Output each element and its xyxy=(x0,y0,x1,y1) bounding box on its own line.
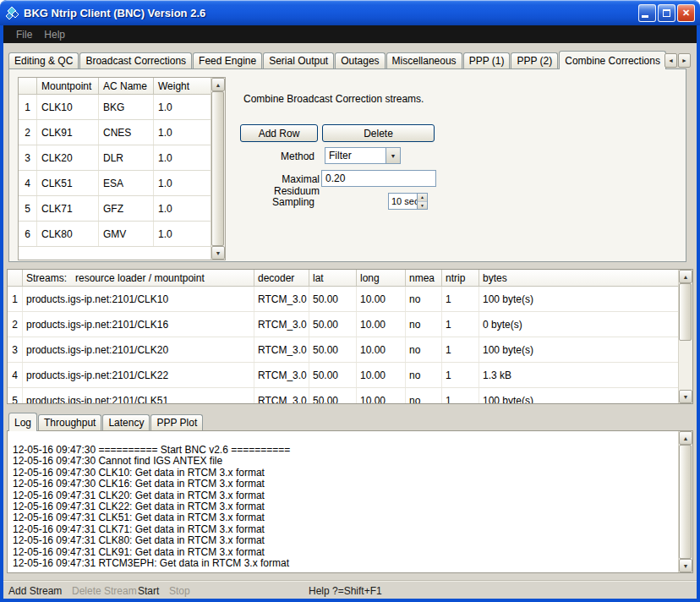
spin-down-icon[interactable]: ▼ xyxy=(418,201,427,210)
tab-outages[interactable]: Outages xyxy=(335,52,385,68)
method-dropdown[interactable]: Filter ▼ xyxy=(325,147,401,164)
ac-name-cell[interactable]: GFZ xyxy=(99,196,154,221)
scroll-down-button[interactable]: ▼ xyxy=(211,246,225,260)
header-nmea[interactable]: nmea xyxy=(406,270,442,286)
lat-cell[interactable]: 50.00 xyxy=(309,337,357,362)
header-weight[interactable]: Weight xyxy=(154,78,211,94)
ntrip-cell[interactable]: 1 xyxy=(442,388,479,403)
start-action[interactable]: Start xyxy=(138,585,159,597)
ac-name-cell[interactable]: BKG xyxy=(99,95,154,119)
scroll-down-button[interactable]: ▼ xyxy=(679,559,692,572)
weight-cell[interactable]: 1.0 xyxy=(154,171,211,195)
nmea-cell[interactable]: no xyxy=(406,363,442,387)
weight-cell[interactable]: 1.0 xyxy=(154,120,211,145)
table-row[interactable]: 2 CLK91 CNES 1.0 xyxy=(19,120,211,145)
ntrip-cell[interactable]: 1 xyxy=(442,312,479,337)
table-row[interactable]: 3 CLK20 DLR 1.0 xyxy=(19,145,211,171)
tab-log[interactable]: Log xyxy=(8,413,37,431)
long-cell[interactable]: 10.00 xyxy=(357,388,406,403)
scrollbar-thumb[interactable] xyxy=(211,91,224,246)
bytes-cell[interactable]: 100 byte(s) xyxy=(479,388,678,403)
resource-cell[interactable]: products.igs-ip.net:2101/CLK10 xyxy=(23,287,254,311)
tab-miscellaneous[interactable]: Miscellaneous xyxy=(386,52,462,68)
bytes-cell[interactable]: 1.3 kB xyxy=(479,363,678,387)
nmea-cell[interactable]: no xyxy=(406,337,442,362)
stop-action[interactable]: Stop xyxy=(169,585,190,597)
log-content[interactable]: 12-05-16 09:47:30 ========== Start BNC v… xyxy=(8,431,678,572)
scrollbar-track[interactable] xyxy=(679,283,692,390)
lat-cell[interactable]: 50.00 xyxy=(309,363,357,387)
stream-row[interactable]: 3 products.igs-ip.net:2101/CLK20 RTCM_3.… xyxy=(8,337,678,363)
long-cell[interactable]: 10.00 xyxy=(357,363,406,387)
tab-scroll-right-button[interactable]: ► xyxy=(678,53,691,68)
tab-ppp-plot[interactable]: PPP Plot xyxy=(150,414,203,430)
header-lat[interactable]: lat xyxy=(309,270,357,286)
streams-scrollbar[interactable]: ▲ ▼ xyxy=(678,270,692,403)
ac-name-cell[interactable]: CNES xyxy=(99,120,154,145)
decoder-cell[interactable]: RTCM_3.0 xyxy=(254,312,309,337)
delete-button[interactable]: Delete xyxy=(322,124,435,142)
header-ntrip[interactable]: ntrip xyxy=(442,270,479,286)
spin-up-icon[interactable]: ▲ xyxy=(418,194,427,201)
scroll-down-button[interactable]: ▼ xyxy=(679,390,692,403)
lat-cell[interactable]: 50.00 xyxy=(309,388,357,403)
scroll-up-button[interactable]: ▲ xyxy=(211,78,225,91)
tab-scroll-left-button[interactable]: ◄ xyxy=(664,53,677,68)
table-row[interactable]: 1 CLK10 BKG 1.0 xyxy=(19,95,211,120)
header-bytes[interactable]: bytes xyxy=(479,270,678,286)
ac-name-cell[interactable]: GMV xyxy=(99,222,154,246)
log-scrollbar[interactable]: ▲ ▼ xyxy=(678,431,692,572)
stream-row[interactable]: 4 products.igs-ip.net:2101/CLK22 RTCM_3.… xyxy=(8,363,678,388)
resource-cell[interactable]: products.igs-ip.net:2101/CLK51 xyxy=(23,388,254,403)
menu-help[interactable]: Help xyxy=(38,29,71,41)
minimize-button[interactable] xyxy=(638,4,656,22)
lat-cell[interactable]: 50.00 xyxy=(309,312,357,337)
tab-combine-corrections[interactable]: Combine Corrections xyxy=(559,51,666,69)
close-button[interactable]: ✕ xyxy=(677,4,695,22)
scrollbar-track[interactable] xyxy=(679,445,692,559)
long-cell[interactable]: 10.00 xyxy=(357,287,406,311)
tab-throughput[interactable]: Throughput xyxy=(38,414,101,430)
table-row[interactable]: 6 CLK80 GMV 1.0 xyxy=(19,222,211,247)
add-stream-action[interactable]: Add Stream xyxy=(8,585,62,597)
scrollbar-track[interactable] xyxy=(211,91,225,246)
header-resource[interactable]: Streams: resource loader / mountpoint xyxy=(23,270,254,286)
weight-cell[interactable]: 1.0 xyxy=(154,222,211,246)
weight-cell[interactable]: 1.0 xyxy=(154,145,211,170)
mountpoint-cell[interactable]: CLK20 xyxy=(37,145,99,170)
stream-row[interactable]: 1 products.igs-ip.net:2101/CLK10 RTCM_3.… xyxy=(8,287,678,312)
decoder-cell[interactable]: RTCM_3.0 xyxy=(254,287,309,311)
resource-cell[interactable]: products.igs-ip.net:2101/CLK22 xyxy=(23,363,254,387)
header-decoder[interactable]: decoder xyxy=(254,270,309,286)
tab-broadcast-corrections[interactable]: Broadcast Corrections xyxy=(79,52,192,68)
tab-ppp-2[interactable]: PPP (2) xyxy=(511,52,558,68)
tab-ppp-1[interactable]: PPP (1) xyxy=(463,52,511,68)
bytes-cell[interactable]: 0 byte(s) xyxy=(479,312,678,337)
nmea-cell[interactable]: no xyxy=(406,388,442,403)
maximize-button[interactable] xyxy=(658,4,675,22)
scrollbar-thumb[interactable] xyxy=(679,445,692,559)
tab-feed-engine[interactable]: Feed Engine xyxy=(193,52,262,68)
ntrip-cell[interactable]: 1 xyxy=(442,287,479,311)
bytes-cell[interactable]: 100 byte(s) xyxy=(479,287,678,311)
tab-editing-qc[interactable]: Editing & QC xyxy=(8,52,79,68)
resource-cell[interactable]: products.igs-ip.net:2101/CLK16 xyxy=(23,312,254,337)
stream-row[interactable]: 5 products.igs-ip.net:2101/CLK51 RTCM_3.… xyxy=(8,388,678,403)
maximal-residuum-input[interactable] xyxy=(321,170,436,187)
delete-stream-action[interactable]: Delete Stream xyxy=(72,585,137,597)
mountpoint-cell[interactable]: CLK10 xyxy=(37,95,99,119)
stream-row[interactable]: 2 products.igs-ip.net:2101/CLK16 RTCM_3.… xyxy=(8,312,678,337)
tab-latency[interactable]: Latency xyxy=(102,414,150,430)
ac-name-cell[interactable]: DLR xyxy=(99,145,154,170)
bytes-cell[interactable]: 100 byte(s) xyxy=(479,337,678,362)
resource-cell[interactable]: products.igs-ip.net:2101/CLK20 xyxy=(23,337,254,362)
combine-table-scrollbar[interactable]: ▲ ▼ xyxy=(211,78,225,260)
mountpoint-cell[interactable]: CLK91 xyxy=(37,120,99,145)
chevron-down-icon[interactable]: ▼ xyxy=(386,148,400,163)
mountpoint-cell[interactable]: CLK51 xyxy=(37,171,99,195)
ac-name-cell[interactable]: ESA xyxy=(99,171,154,195)
long-cell[interactable]: 10.00 xyxy=(357,312,406,337)
long-cell[interactable]: 10.00 xyxy=(357,337,406,362)
nmea-cell[interactable]: no xyxy=(406,312,442,337)
scrollbar-thumb[interactable] xyxy=(679,283,692,341)
